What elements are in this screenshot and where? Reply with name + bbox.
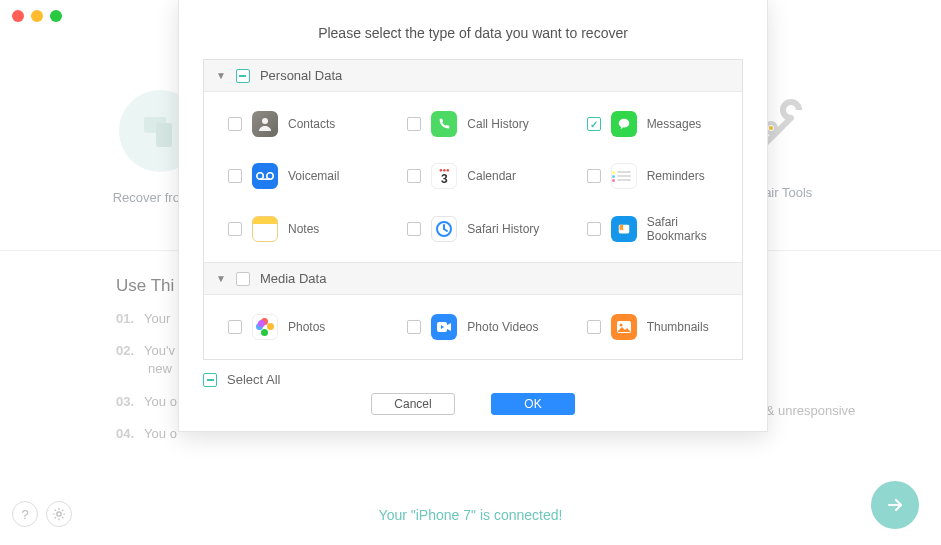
contacts-icon [252, 111, 278, 137]
step-2: 02.You'vnew [116, 342, 177, 378]
item-photos[interactable]: Photos [204, 301, 383, 353]
messages-icon [611, 111, 637, 137]
select-all-label: Select All [227, 372, 280, 387]
checkbox-reminders[interactable] [587, 169, 601, 183]
item-notes[interactable]: Notes [204, 202, 383, 256]
voicemail-icon [252, 163, 278, 189]
svg-point-5 [618, 119, 629, 128]
checkbox-voicemail[interactable] [228, 169, 242, 183]
svg-point-3 [769, 126, 773, 130]
checkbox-contacts[interactable] [228, 117, 242, 131]
calendar-icon: ●●●3 [431, 163, 457, 189]
item-photo-videos[interactable]: Photo Videos [383, 301, 562, 353]
item-voicemail[interactable]: Voicemail [204, 150, 383, 202]
gear-icon [52, 507, 66, 521]
svg-point-14 [57, 512, 61, 516]
item-label: Reminders [647, 169, 705, 183]
svg-point-7 [267, 173, 273, 179]
svg-rect-1 [156, 123, 172, 147]
checkbox-safari-bookmarks[interactable] [587, 222, 601, 236]
category-body-media: Photos Photo Videos Thumbnails [204, 295, 742, 359]
clock-icon [431, 216, 457, 242]
thumbnails-icon [611, 314, 637, 340]
item-label: Messages [647, 117, 702, 131]
checkbox-photo-videos[interactable] [407, 320, 421, 334]
checkbox-call-history[interactable] [407, 117, 421, 131]
notes-icon [252, 216, 278, 242]
use-this-section: Use Thi 01.Your 02.You'vnew 03.You o 04.… [116, 276, 177, 457]
item-label: Voicemail [288, 169, 339, 183]
item-label: Notes [288, 222, 319, 236]
cancel-button[interactable]: Cancel [371, 393, 455, 415]
svg-point-13 [619, 324, 622, 327]
item-label: Safari History [467, 222, 539, 236]
bookmark-icon [611, 216, 637, 242]
help-button[interactable]: ? [12, 501, 38, 527]
item-reminders[interactable]: Reminders [563, 150, 742, 202]
item-label: Safari Bookmarks [647, 215, 734, 243]
step-3: 03.You o [116, 393, 177, 411]
use-this-heading: Use Thi [116, 276, 177, 296]
step-1: 01.Your [116, 310, 177, 328]
item-label: Photos [288, 320, 325, 334]
checkbox-photos[interactable] [228, 320, 242, 334]
settings-button[interactable] [46, 501, 72, 527]
category-label: Media Data [260, 271, 326, 286]
svg-point-6 [257, 173, 263, 179]
item-call-history[interactable]: Call History [383, 98, 562, 150]
item-safari-bookmarks[interactable]: Safari Bookmarks [563, 202, 742, 256]
checkbox-messages[interactable] [587, 117, 601, 131]
connection-status: Your "iPhone 7" is connected! [379, 507, 563, 523]
item-contacts[interactable]: Contacts [204, 98, 383, 150]
chevron-down-icon: ▼ [216, 273, 226, 284]
step-4: 04.You o [116, 425, 177, 443]
checkbox-notes[interactable] [228, 222, 242, 236]
item-safari-history[interactable]: Safari History [383, 202, 562, 256]
checkbox-safari-history[interactable] [407, 222, 421, 236]
select-all-row[interactable]: Select All [179, 360, 767, 387]
footer-status-bar: ? Your "iPhone 7" is connected! [0, 485, 941, 545]
modal-button-row: Cancel OK [179, 393, 767, 415]
checkbox-calendar[interactable] [407, 169, 421, 183]
item-calendar[interactable]: ●●●3 Calendar [383, 150, 562, 202]
category-checkbox-media[interactable] [236, 272, 250, 286]
item-label: Calendar [467, 169, 516, 183]
item-label: Photo Videos [467, 320, 538, 334]
photos-icon [252, 314, 278, 340]
svg-point-4 [262, 118, 268, 124]
category-header-personal[interactable]: ▼ Personal Data [204, 60, 742, 92]
item-thumbnails[interactable]: Thumbnails [563, 301, 742, 353]
arrow-right-icon [885, 495, 905, 515]
item-label: Contacts [288, 117, 335, 131]
next-button[interactable] [871, 481, 919, 529]
category-body-personal: Contacts Call History Messages Voice [204, 92, 742, 262]
category-checkbox-personal[interactable] [236, 69, 250, 83]
select-data-type-modal: Please select the type of data you want … [178, 0, 768, 432]
data-categories-box: ▼ Personal Data Contacts Call History [203, 59, 743, 360]
item-label: Thumbnails [647, 320, 709, 334]
phone-icon [431, 111, 457, 137]
ok-button[interactable]: OK [491, 393, 575, 415]
category-label: Personal Data [260, 68, 342, 83]
checkbox-thumbnails[interactable] [587, 320, 601, 334]
reminders-icon [611, 163, 637, 189]
item-messages[interactable]: Messages [563, 98, 742, 150]
chevron-down-icon: ▼ [216, 70, 226, 81]
modal-title: Please select the type of data you want … [179, 0, 767, 59]
video-icon [431, 314, 457, 340]
item-label: Call History [467, 117, 528, 131]
select-all-checkbox[interactable] [203, 373, 217, 387]
category-header-media[interactable]: ▼ Media Data [204, 262, 742, 295]
